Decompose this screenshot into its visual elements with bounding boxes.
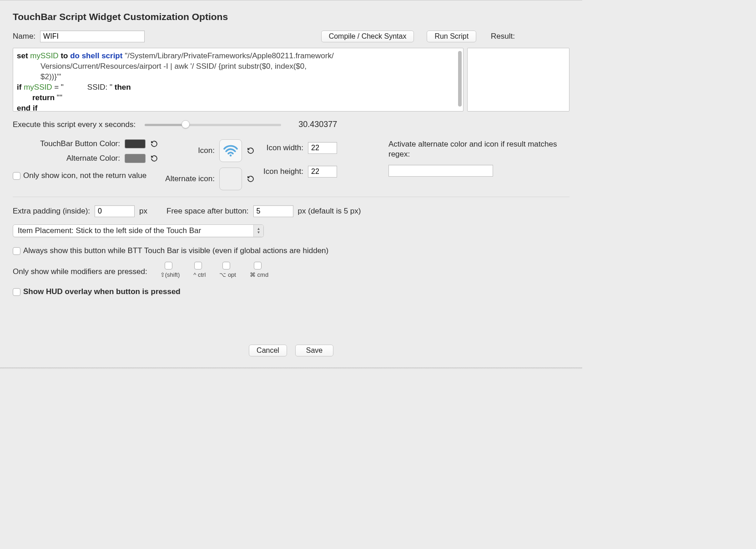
appearance-grid: TouchBar Button Color: Alternate Color: … <box>13 139 570 190</box>
panel-title: TouchBar Script Widget Customization Opt… <box>13 11 570 22</box>
icon-width-label: Icon width: <box>260 143 303 152</box>
only-icon-checkbox[interactable] <box>13 172 20 180</box>
icon-well[interactable] <box>219 139 242 162</box>
button-color-swatch[interactable] <box>125 139 146 148</box>
reset-icon[interactable] <box>150 154 158 163</box>
hud-label: Show HUD overlay when button is pressed <box>23 287 181 296</box>
icon-label: Icon: <box>164 146 215 155</box>
svg-point-0 <box>230 154 232 156</box>
alt-color-swatch[interactable] <box>125 154 146 163</box>
reset-icon[interactable] <box>247 175 255 183</box>
free-space-input[interactable] <box>253 205 293 217</box>
only-icon-label: Only show icon, not the return value <box>23 171 146 180</box>
chevron-up-down-icon: ▲▼ <box>253 225 263 237</box>
name-label: Name: <box>13 32 35 41</box>
alt-color-label: Alternate Color: <box>34 154 120 163</box>
placement-value: Item Placement: Stick to the left side o… <box>18 226 201 235</box>
editor-row: set mySSID to do shell script "/System/L… <box>13 48 570 112</box>
compile-button[interactable]: Compile / Check Syntax <box>321 30 414 42</box>
script-editor[interactable]: set mySSID to do shell script "/System/L… <box>13 48 464 112</box>
run-script-button[interactable]: Run Script <box>427 30 476 42</box>
reset-icon[interactable] <box>150 140 158 148</box>
reset-icon[interactable] <box>247 147 255 155</box>
padding-row: Extra padding (inside): px Free space af… <box>13 205 570 217</box>
cmd-checkbox[interactable] <box>254 262 262 269</box>
hud-checkbox[interactable] <box>13 288 20 296</box>
separator <box>13 197 570 197</box>
modifiers-row: Only show while modifiers are pressed: ⇧… <box>13 262 570 278</box>
alt-icon-label: Alternate icon: <box>164 174 215 183</box>
extra-padding-label: Extra padding (inside): <box>13 207 90 216</box>
px-label: px <box>139 207 147 216</box>
button-color-label: TouchBar Button Color: <box>34 139 120 148</box>
placement-select[interactable]: Item Placement: Stick to the left side o… <box>13 224 264 237</box>
interval-row: Execute this script every x seconds: 30.… <box>13 120 570 129</box>
cmd-label: ⌘ cmd <box>250 271 268 278</box>
wifi-icon <box>223 144 238 157</box>
ctrl-checkbox[interactable] <box>194 262 202 269</box>
icon-height-label: Icon height: <box>260 167 303 176</box>
shift-label: ⇧(shift) <box>160 271 180 278</box>
interval-value: 30.430377 <box>298 120 337 129</box>
opt-checkbox[interactable] <box>222 262 230 269</box>
footer: Cancel Save <box>13 337 570 360</box>
extra-padding-input[interactable] <box>95 205 135 217</box>
scrollbar[interactable] <box>458 51 462 107</box>
regex-label: Activate alternate color and icon if res… <box>388 139 570 159</box>
shift-checkbox[interactable] <box>165 262 172 269</box>
alt-icon-well[interactable] <box>219 168 242 190</box>
result-label: Result: <box>491 32 515 41</box>
save-button[interactable]: Save <box>295 345 333 356</box>
result-output[interactable] <box>467 48 570 112</box>
cancel-button[interactable]: Cancel <box>249 345 287 356</box>
interval-slider[interactable] <box>145 120 281 129</box>
header-row: Name: Compile / Check Syntax Run Script … <box>13 30 570 42</box>
always-show-label: Always show this button while BTT Touch … <box>23 246 328 255</box>
modifiers-label: Only show while modifiers are pressed: <box>13 262 147 276</box>
icon-width-input[interactable] <box>308 142 337 154</box>
opt-label: ⌥ opt <box>219 271 236 278</box>
regex-input[interactable] <box>388 165 493 177</box>
always-show-checkbox[interactable] <box>13 247 20 255</box>
name-input[interactable] <box>40 30 145 42</box>
ctrl-label: ^ ctrl <box>193 271 206 278</box>
icon-height-input[interactable] <box>308 166 337 178</box>
free-space-label: Free space after button: <box>166 207 249 216</box>
interval-label: Execute this script every x seconds: <box>13 120 136 129</box>
settings-panel: TouchBar Script Widget Customization Opt… <box>0 0 582 367</box>
free-space-suffix: px (default is 5 px) <box>298 207 361 216</box>
